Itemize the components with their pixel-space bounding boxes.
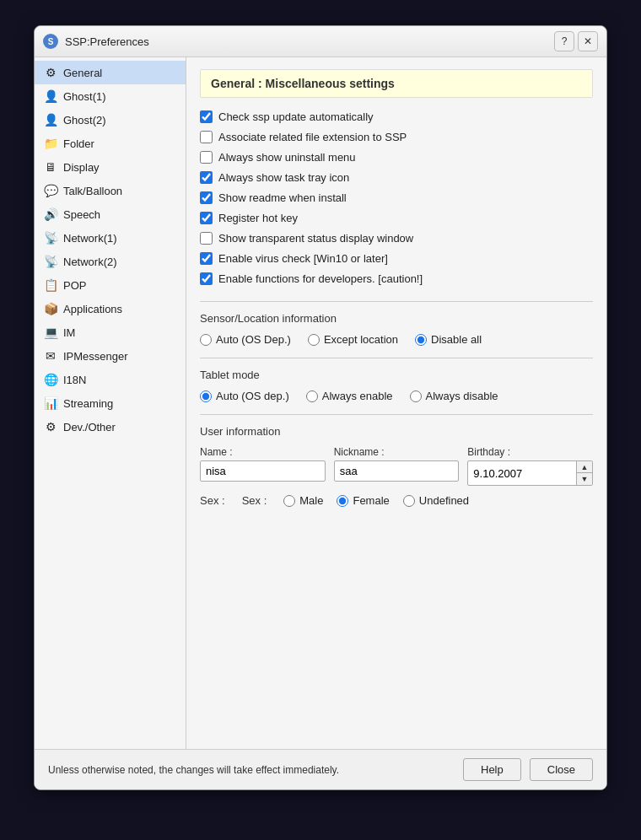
spinner-down-button[interactable]: ▼ <box>577 473 592 485</box>
sex_female-radio[interactable] <box>337 495 348 507</box>
sidebar-item-streaming[interactable]: 📊Streaming <box>35 391 186 415</box>
sidebar-item-ghost2[interactable]: 👤Ghost(2) <box>35 108 186 132</box>
sidebar-label-ghost2: Ghost(2) <box>63 114 106 127</box>
i18n-icon: 🌐 <box>43 372 58 387</box>
enable_dev-checkbox[interactable] <box>200 272 213 285</box>
sensor-option-sensor_except: Except location <box>308 333 398 346</box>
always_show_tray-checkbox[interactable] <box>200 171 213 184</box>
sex-option-sex_female: Female <box>337 494 389 507</box>
birthday-input[interactable] <box>468 464 576 483</box>
sensor-radio-group: Auto (OS Dep.)Except locationDisable all <box>200 333 593 346</box>
sex_female-label: Female <box>353 494 389 507</box>
help-button[interactable]: ? <box>554 31 574 51</box>
tablet_disable-radio[interactable] <box>410 390 422 402</box>
show_readme-checkbox[interactable] <box>200 191 213 204</box>
network2-icon: 📡 <box>43 254 58 269</box>
nickname-field: Nickname : <box>334 446 460 486</box>
always_show_uninstall-checkbox[interactable] <box>200 151 213 164</box>
enable_dev-label: Enable functions for developers. [cautio… <box>218 272 423 285</box>
tablet_disable-label: Always disable <box>426 390 498 402</box>
im-icon: 💻 <box>43 325 58 340</box>
sidebar-label-folder: Folder <box>63 137 94 150</box>
sex_undefined-radio[interactable] <box>403 495 415 507</box>
sidebar-item-pop[interactable]: 📋POP <box>35 273 186 297</box>
help-footer-button[interactable]: Help <box>463 758 521 781</box>
sidebar-label-streaming: Streaming <box>63 397 113 410</box>
close-window-button[interactable]: ✕ <box>578 31 598 51</box>
tablet-radio-group: Auto (OS dep.)Always enableAlways disabl… <box>200 390 593 402</box>
name-label: Name : <box>200 446 326 458</box>
ghost2-icon: 👤 <box>43 112 58 127</box>
spinner-up-button[interactable]: ▲ <box>577 461 592 473</box>
always_show_tray-label: Always show task tray icon <box>218 171 349 184</box>
speech-icon: 🔊 <box>43 207 58 222</box>
sex-option-sex_undefined: Undefined <box>403 494 469 507</box>
sidebar-item-im[interactable]: 💻IM <box>35 320 186 344</box>
sidebar-label-network2: Network(2) <box>63 256 117 268</box>
sensor_auto-radio[interactable] <box>200 334 212 346</box>
sidebar-item-ipmessenger[interactable]: ✉IPMessenger <box>35 344 186 368</box>
sex_male-label: Male <box>299 494 323 507</box>
show_transparent-checkbox[interactable] <box>200 232 213 245</box>
user-info-grid: Name : Nickname : Birthday : <box>200 446 593 486</box>
tablet_enable-radio[interactable] <box>306 390 318 402</box>
sex-option-sex_male: Male <box>283 494 323 507</box>
sex_undefined-label: Undefined <box>419 494 469 507</box>
sex-label: Sex : <box>200 494 225 507</box>
sidebar-item-i18n[interactable]: 🌐I18N <box>35 368 186 391</box>
sex_male-radio[interactable] <box>283 495 295 507</box>
sex-radio-group: Sex : Sex :MaleFemaleUndefined <box>200 494 593 507</box>
sidebar-item-display[interactable]: 🖥Display <box>35 155 186 179</box>
checkbox-row-enable_dev: Enable functions for developers. [cautio… <box>200 272 593 286</box>
name-input[interactable] <box>200 460 326 482</box>
sidebar-item-ghost1[interactable]: 👤Ghost(1) <box>35 84 186 108</box>
register_hotkey-checkbox[interactable] <box>200 212 213 224</box>
sidebar-item-applications[interactable]: 📦Applications <box>35 297 186 320</box>
sidebar-item-folder[interactable]: 📁Folder <box>35 132 186 155</box>
display-icon: 🖥 <box>43 159 58 175</box>
birthday-field: Birthday : ▲ ▼ <box>467 446 593 486</box>
nickname-input[interactable] <box>334 460 460 482</box>
sidebar: ⚙General👤Ghost(1)👤Ghost(2)📁Folder🖥Displa… <box>35 57 186 749</box>
birthday-spinner: ▲ ▼ <box>467 460 593 486</box>
assoc_file_ext-checkbox[interactable] <box>200 131 213 143</box>
tablet_auto-label: Auto (OS dep.) <box>216 390 289 402</box>
birthday-label: Birthday : <box>467 446 593 458</box>
sidebar-label-general: General <box>63 67 102 79</box>
main-content: General : Miscellaneous settings Check s… <box>186 57 606 749</box>
sidebar-item-devother[interactable]: ⚙Dev./Other <box>35 415 186 439</box>
sidebar-item-talkballoon[interactable]: 💬Talk/Balloon <box>35 179 186 202</box>
sensor_except-radio[interactable] <box>308 334 320 346</box>
checkbox-row-show_transparent: Show transparent status display window <box>200 231 593 245</box>
checkboxes-container: Check ssp update automaticallyAssociate … <box>200 110 593 286</box>
sidebar-item-speech[interactable]: 🔊Speech <box>35 202 186 226</box>
close-footer-button[interactable]: Close <box>530 758 593 781</box>
checkbox-row-show_readme: Show readme when install <box>200 191 593 205</box>
sensor_disable-radio[interactable] <box>415 334 427 346</box>
checkbox-row-always_show_uninstall: Always show uninstall menu <box>200 150 593 164</box>
enable_virus-checkbox[interactable] <box>200 252 213 265</box>
check_ssp_update-checkbox[interactable] <box>200 110 213 123</box>
tablet-option-tablet_enable: Always enable <box>306 390 393 402</box>
check_ssp_update-label: Check ssp update automatically <box>218 110 374 123</box>
sidebar-item-general[interactable]: ⚙General <box>35 61 186 84</box>
network1-icon: 📡 <box>43 230 58 245</box>
checkbox-row-enable_virus: Enable virus check [Win10 or later] <box>200 251 593 266</box>
name-field: Name : <box>200 446 326 486</box>
sensor_disable-label: Disable all <box>431 333 482 346</box>
tablet_auto-radio[interactable] <box>200 390 212 402</box>
tablet-option-tablet_auto: Auto (OS dep.) <box>200 390 289 402</box>
sidebar-item-network1[interactable]: 📡Network(1) <box>35 226 186 250</box>
window-controls: ? ✕ <box>554 31 598 51</box>
title-bar: S SSP:Preferences ? ✕ <box>35 26 606 57</box>
sidebar-item-network2[interactable]: 📡Network(2) <box>35 250 186 273</box>
checkbox-row-check_ssp_update: Check ssp update automatically <box>200 110 593 124</box>
sensor_except-label: Except location <box>324 333 398 346</box>
sensor-option-sensor_auto: Auto (OS Dep.) <box>200 333 291 346</box>
sensor-section: Sensor/Location information Auto (OS Dep… <box>200 301 593 346</box>
spinner-buttons: ▲ ▼ <box>576 461 592 485</box>
sensor_auto-label: Auto (OS Dep.) <box>216 333 291 346</box>
sidebar-label-pop: POP <box>63 279 86 292</box>
tablet-label: Tablet mode <box>200 369 593 381</box>
ipmessenger-icon: ✉ <box>43 348 58 363</box>
